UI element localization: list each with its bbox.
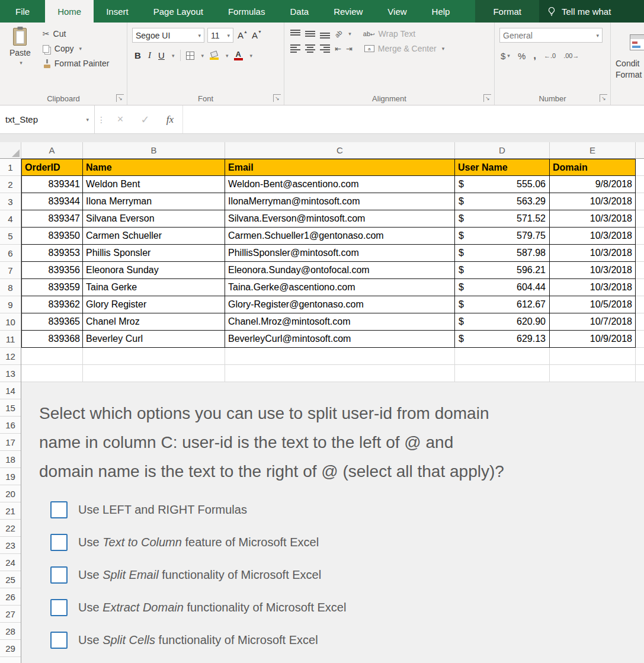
merge-center-button[interactable]: a Merge & Center ▾ <box>364 44 444 53</box>
data-cell[interactable]: 10/3/2018 <box>550 193 636 210</box>
tell-me-box[interactable]: Tell me what <box>539 0 644 23</box>
data-cell[interactable]: 839365 <box>21 313 83 331</box>
data-cell[interactable]: Glory-Register@gentonaso.com <box>225 296 455 313</box>
empty-cell[interactable] <box>21 365 83 382</box>
data-cell[interactable]: $620.90 <box>455 313 550 331</box>
data-cell[interactable]: 839353 <box>21 245 83 262</box>
row-number-29[interactable]: 29 <box>0 640 21 657</box>
empty-cell[interactable] <box>225 348 455 365</box>
data-cell[interactable]: Phillis Sponsler <box>83 245 225 262</box>
number-dialog-launcher[interactable]: ↘ <box>600 94 607 102</box>
data-cell[interactable]: $571.52 <box>455 210 550 228</box>
paste-button[interactable]: Paste ▾ <box>4 26 37 68</box>
data-cell[interactable]: $612.67 <box>455 296 550 313</box>
data-cell[interactable]: 10/3/2018 <box>550 210 636 228</box>
data-cell[interactable]: Glory Register <box>83 296 225 313</box>
row-number-12[interactable]: 12 <box>0 348 21 365</box>
column-header-b[interactable]: B <box>83 142 225 158</box>
row-number-14[interactable]: 14 <box>0 382 21 399</box>
data-cell[interactable]: 839368 <box>21 331 83 348</box>
data-cell[interactable]: 839362 <box>21 296 83 313</box>
wrap-text-button[interactable]: ab↩ Wrap Text <box>363 29 415 39</box>
increase-decimal-button[interactable]: ←.0 <box>544 52 556 59</box>
align-bottom-icon[interactable] <box>320 30 330 39</box>
row-number-7[interactable]: 7 <box>0 262 21 279</box>
tab-page-layout[interactable]: Page Layout <box>141 0 216 23</box>
decrease-indent-icon[interactable]: ⇤ <box>335 44 341 53</box>
row-number-15[interactable]: 15 <box>0 399 21 417</box>
data-cell[interactable]: $563.29 <box>455 193 550 210</box>
option-checkbox-5[interactable] <box>50 632 68 649</box>
confirm-icon[interactable]: ✓ <box>133 105 158 133</box>
column-header-e[interactable]: E <box>550 142 636 158</box>
data-cell[interactable]: 839359 <box>21 279 83 296</box>
option-checkbox-1[interactable] <box>50 501 68 518</box>
align-middle-icon[interactable] <box>305 30 315 39</box>
row-number-28[interactable]: 28 <box>0 623 21 640</box>
align-left-icon[interactable] <box>290 44 300 53</box>
data-cell[interactable]: IlonaMerryman@mintosoft.com <box>225 193 455 210</box>
name-box-dropdown-icon[interactable]: ▾ <box>86 117 89 123</box>
header-cell-2[interactable]: Email <box>225 159 455 176</box>
conditional-formatting-button[interactable]: Condit Format <box>616 58 642 81</box>
header-cell-4[interactable]: Domain <box>550 159 636 176</box>
data-cell[interactable]: Chanel Mroz <box>83 313 225 331</box>
empty-cell[interactable] <box>455 365 550 382</box>
empty-cell[interactable] <box>21 348 83 365</box>
borders-icon[interactable] <box>186 52 194 60</box>
data-cell[interactable]: 10/3/2018 <box>550 279 636 296</box>
data-cell[interactable]: $579.75 <box>455 228 550 245</box>
row-number-5[interactable]: 5 <box>0 228 21 245</box>
alignment-dialog-launcher[interactable]: ↘ <box>483 94 491 102</box>
row-number-10[interactable]: 10 <box>0 313 21 331</box>
data-cell[interactable]: 10/5/2018 <box>550 296 636 313</box>
row-number-27[interactable]: 27 <box>0 606 21 623</box>
column-header-d[interactable]: D <box>455 142 550 158</box>
row-number-22[interactable]: 22 <box>0 520 21 537</box>
fill-color-icon[interactable] <box>209 51 219 60</box>
tab-file[interactable]: File <box>0 0 45 23</box>
data-cell[interactable]: PhillisSponsler@mintosoft.com <box>225 245 455 262</box>
comma-style-button[interactable]: , <box>533 50 536 62</box>
option-checkbox-4[interactable] <box>50 599 68 616</box>
column-header-c[interactable]: C <box>225 142 455 158</box>
accounting-format-button[interactable]: $▾ <box>501 51 510 61</box>
option-checkbox-3[interactable] <box>50 566 68 584</box>
align-top-icon[interactable] <box>290 30 300 39</box>
data-cell[interactable]: 839344 <box>21 193 83 210</box>
data-cell[interactable]: $629.13 <box>455 331 550 348</box>
row-number-23[interactable]: 23 <box>0 537 21 554</box>
data-cell[interactable]: $596.21 <box>455 262 550 279</box>
row-number-25[interactable]: 25 <box>0 571 21 588</box>
clipboard-dialog-launcher[interactable]: ↘ <box>116 94 124 102</box>
decrease-decimal-button[interactable]: .00→ <box>563 52 579 59</box>
increase-indent-icon[interactable]: ⇥ <box>346 44 353 53</box>
empty-cell[interactable] <box>550 365 636 382</box>
row-number-16[interactable]: 16 <box>0 417 21 434</box>
data-cell[interactable]: 839350 <box>21 228 83 245</box>
shrink-font-button[interactable]: A▼ <box>252 30 262 40</box>
data-cell[interactable]: Ilona Merryman <box>83 193 225 210</box>
tab-view[interactable]: View <box>375 0 419 23</box>
tab-data[interactable]: Data <box>277 0 321 23</box>
conditional-formatting-icon[interactable] <box>630 34 644 50</box>
data-cell[interactable]: Eleonora Sunday <box>83 262 225 279</box>
font-name-select[interactable]: Segoe UI▾ <box>132 28 204 43</box>
orientation-icon[interactable]: ab <box>334 28 344 39</box>
data-cell[interactable]: 10/9/2018 <box>550 331 636 348</box>
data-cell[interactable]: 10/7/2018 <box>550 313 636 331</box>
row-number-9[interactable]: 9 <box>0 296 21 313</box>
data-cell[interactable]: 10/3/2018 <box>550 245 636 262</box>
row-number-20[interactable]: 20 <box>0 485 21 502</box>
data-cell[interactable]: 839347 <box>21 210 83 228</box>
row-number-6[interactable]: 6 <box>0 245 21 262</box>
data-cell[interactable]: 10/3/2018 <box>550 262 636 279</box>
row-number-30[interactable]: 30 <box>0 657 21 663</box>
row-number-19[interactable]: 19 <box>0 468 21 485</box>
row-number-26[interactable]: 26 <box>0 588 21 606</box>
select-all-corner[interactable] <box>0 142 21 158</box>
empty-cell[interactable] <box>455 348 550 365</box>
copy-button[interactable]: Copy▾ <box>43 44 110 53</box>
header-cell-1[interactable]: Name <box>83 159 225 176</box>
data-cell[interactable]: Silvana Everson <box>83 210 225 228</box>
